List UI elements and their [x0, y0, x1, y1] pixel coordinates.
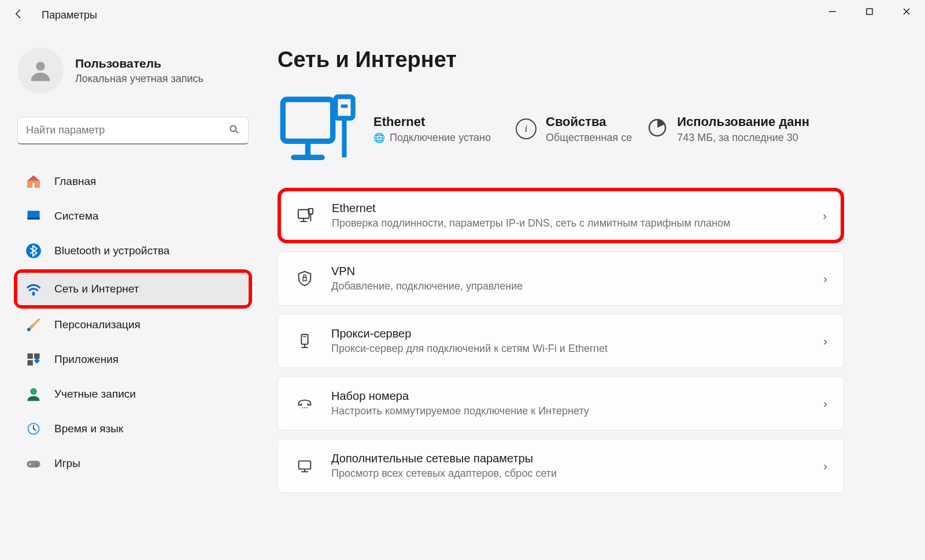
card-title: Дополнительные сетевые параметры — [331, 452, 807, 465]
sidebar-item-label: Сеть и Интернет — [54, 283, 139, 295]
sidebar-item-apps[interactable]: Приложения — [17, 343, 249, 376]
games-icon — [25, 455, 42, 472]
dialup-icon — [294, 395, 315, 412]
account-icon — [25, 386, 42, 402]
search-box[interactable] — [17, 117, 249, 144]
card-subtitle: Проверка подлинности, параметры IP-и DNS… — [332, 217, 806, 229]
card-title: Прокси-сервер — [331, 327, 807, 340]
svg-rect-31 — [298, 210, 309, 218]
sidebar-item-system[interactable]: Система — [17, 200, 249, 232]
minimize-button[interactable] — [814, 0, 851, 23]
profile-subtitle: Локальная учетная запись — [75, 73, 204, 85]
window-title: Параметры — [42, 9, 97, 21]
svg-point-16 — [30, 388, 37, 395]
svg-point-41 — [302, 407, 303, 409]
chevron-right-icon: › — [823, 459, 827, 473]
sidebar-item-label: Персонализация — [54, 318, 140, 331]
card-subtitle: Настроить коммутируемое подключение к Ин… — [331, 405, 807, 417]
chevron-right-icon: › — [823, 209, 827, 222]
svg-rect-44 — [299, 461, 311, 469]
sidebar-item-accounts[interactable]: Учетные записи — [17, 378, 249, 410]
sidebar-item-label: Bluetooth и устройства — [54, 244, 169, 257]
sidebar-item-gaming[interactable]: Игры — [17, 447, 249, 480]
search-input[interactable] — [26, 124, 228, 136]
status-properties[interactable]: i Свойства Общественная се — [516, 114, 632, 144]
profile-block[interactable]: Пользователь Локальная учетная запись — [17, 47, 249, 94]
svg-line-6 — [236, 131, 238, 133]
card-title: Ethernet — [332, 202, 806, 215]
info-icon: i — [516, 118, 536, 139]
svg-point-5 — [230, 125, 236, 131]
avatar-icon — [17, 47, 64, 94]
time-icon — [25, 421, 42, 437]
sidebar-item-bluetooth[interactable]: Bluetooth и устройства — [17, 235, 249, 267]
status-usage[interactable]: Использование данн 743 МБ, за последние … — [647, 114, 809, 144]
chevron-right-icon: › — [823, 272, 827, 285]
svg-rect-24 — [283, 99, 332, 141]
sidebar-item-label: Приложения — [54, 353, 119, 366]
svg-rect-15 — [34, 358, 40, 364]
brush-icon — [25, 317, 42, 333]
status-properties-title: Свойства — [546, 114, 632, 129]
sidebar-item-label: Игры — [54, 457, 80, 470]
search-icon — [228, 124, 240, 138]
status-ethernet-sub: 🌐Подключение устано — [373, 132, 501, 144]
ethernet-icon — [295, 207, 316, 224]
svg-rect-1 — [867, 9, 872, 14]
sidebar-item-personalization[interactable]: Персонализация — [17, 309, 249, 341]
sidebar-item-label: Учетные записи — [54, 388, 136, 400]
usage-icon — [647, 117, 668, 140]
svg-rect-37 — [301, 335, 308, 344]
sidebar-item-time[interactable]: Время и язык — [17, 413, 249, 445]
card-title: VPN — [331, 265, 807, 278]
card-subtitle: Просмотр всех сетевых адаптеров, сброс с… — [331, 468, 807, 480]
wifi-icon — [25, 281, 42, 297]
svg-rect-8 — [28, 217, 40, 220]
highlight-annotation: Сеть и Интернет — [14, 269, 252, 309]
card-subtitle: Добавление, подключение, управление — [331, 280, 807, 292]
svg-point-20 — [29, 463, 31, 465]
svg-point-11 — [27, 328, 31, 331]
advanced-icon — [294, 457, 315, 474]
globe-icon: 🌐 — [373, 133, 385, 143]
status-ethernet-title: Ethernet — [373, 114, 501, 129]
sidebar-item-home[interactable]: Главная — [17, 165, 249, 198]
svg-rect-12 — [28, 354, 33, 359]
card-subtitle: Прокси-сервер для подключений к сетям Wi… — [331, 343, 807, 355]
svg-rect-36 — [303, 277, 306, 281]
status-properties-sub: Общественная се — [546, 132, 632, 144]
close-button[interactable] — [888, 0, 925, 23]
chevron-right-icon: › — [823, 335, 827, 348]
card-title: Набор номера — [331, 390, 807, 403]
back-button[interactable] — [13, 8, 31, 23]
svg-rect-14 — [28, 360, 33, 365]
svg-point-23 — [36, 465, 38, 466]
system-icon — [25, 208, 42, 224]
proxy-icon — [294, 332, 315, 350]
apps-icon — [25, 351, 42, 368]
card-ethernet[interactable]: Ethernet Проверка подлинности, параметры… — [278, 188, 844, 243]
page-title: Сеть и Интернет — [278, 47, 925, 72]
home-icon — [25, 173, 42, 190]
profile-name: Пользователь — [75, 57, 204, 71]
sidebar-item-label: Система — [54, 210, 99, 222]
sidebar-item-label: Время и язык — [54, 422, 123, 435]
chevron-right-icon: › — [823, 397, 827, 410]
bluetooth-icon — [25, 243, 42, 259]
sidebar-item-label: Главная — [54, 175, 96, 188]
svg-point-42 — [304, 407, 305, 409]
maximize-button[interactable] — [851, 0, 888, 23]
network-hero-icon — [278, 87, 358, 170]
svg-point-21 — [36, 462, 38, 463]
vpn-icon — [294, 270, 315, 287]
card-proxy[interactable]: Прокси-сервер Прокси-сервер для подключе… — [278, 314, 844, 368]
card-dialup[interactable]: Набор номера Настроить коммутируемое под… — [278, 376, 844, 431]
svg-point-43 — [306, 407, 308, 409]
sidebar-item-network[interactable]: Сеть и Интернет — [17, 273, 249, 305]
status-usage-title: Использование данн — [677, 114, 809, 129]
card-advanced[interactable]: Дополнительные сетевые параметры Просмот… — [278, 439, 844, 493]
status-usage-sub: 743 МБ, за последние 30 — [677, 132, 809, 144]
card-vpn[interactable]: VPN Добавление, подключение, управление … — [278, 251, 844, 306]
svg-point-10 — [32, 292, 35, 295]
svg-point-22 — [38, 463, 39, 465]
